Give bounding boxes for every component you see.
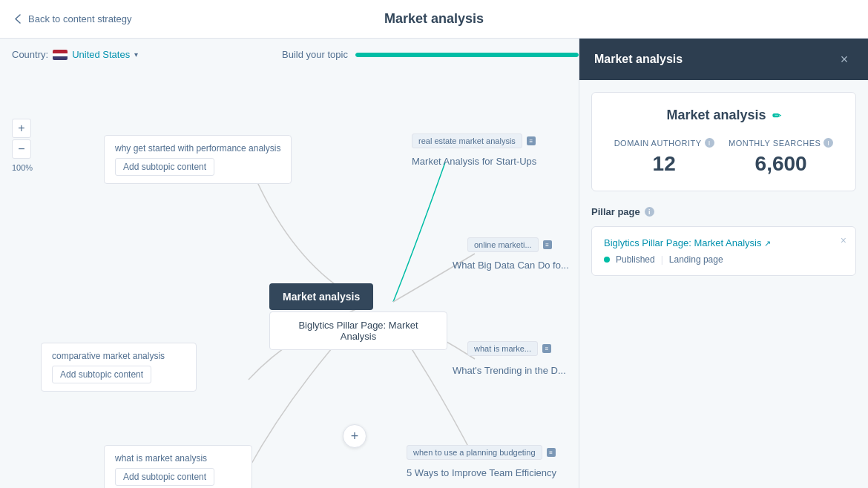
stats-card: Market analysis ✏ DOMAIN AUTHORITY i 12 … (591, 92, 856, 191)
right-content-3: What's Trending in the D... (453, 365, 566, 376)
subtopic-tag-5: what is market analysis (115, 453, 241, 464)
monthly-searches-stat: MONTHLY SEARCHES i 6,600 (729, 138, 833, 176)
panel-title: Market analysis (594, 53, 683, 66)
pillar-status: Published (616, 254, 655, 265)
right-node-1: real estate market analysis ≡ (412, 133, 536, 148)
zoom-controls: + − 100% (12, 119, 33, 172)
chevron-down-icon[interactable]: ▾ (134, 50, 138, 59)
right-panel: Market analysis × Market analysis ✏ DOMA… (579, 39, 868, 488)
right-tag-1: real estate market analysis (412, 133, 522, 148)
chevron-left-icon (12, 13, 24, 25)
build-topic-bar: Build your topic (282, 49, 579, 60)
meta-divider: | (661, 254, 663, 265)
right-icon-1: ≡ (527, 136, 536, 145)
country-name[interactable]: United States (72, 49, 130, 60)
progress-fill (355, 53, 579, 57)
domain-authority-info-icon[interactable]: i (705, 138, 714, 148)
center-node[interactable]: Market analysis (269, 283, 373, 310)
pillar-section-title: Pillar page i (591, 206, 856, 217)
zoom-level: 100% (12, 163, 33, 172)
pillar-section-info-icon[interactable]: i (645, 207, 654, 217)
right-icon-3: ≡ (542, 344, 551, 353)
right-icon-4: ≡ (547, 448, 556, 457)
pillar-card: Biglytics Pillar Page: Market Analysis ↗… (591, 226, 856, 276)
subtopic-card-3: comparative market analysis Add subtopic… (41, 343, 197, 392)
main-container: Build your topic Country: United States … (0, 39, 868, 488)
zoom-out-button[interactable]: − (12, 139, 31, 159)
pillar-link[interactable]: Biglytics Pillar Page: Market Analysis ↗ (604, 237, 844, 248)
right-tag-3: what is marke... (467, 341, 538, 356)
subtopic-card-1: why get started with performance analysi… (104, 135, 292, 184)
right-content-4: 5 Ways to Improve Team Efficiency (407, 467, 556, 478)
monthly-searches-info-icon[interactable]: i (823, 138, 833, 148)
progress-bar (355, 53, 579, 57)
status-dot (604, 257, 610, 263)
right-icon-2: ≡ (543, 240, 552, 249)
back-link-label: Back to content strategy (28, 13, 131, 24)
pillar-page-type: Landing page (669, 254, 723, 265)
panel-close-button[interactable]: × (835, 50, 853, 68)
add-subtopic-button-1[interactable]: Add subtopic content (115, 158, 214, 176)
main-header: Back to content strategy Market analysis (0, 0, 868, 39)
build-topic-label: Build your topic (282, 49, 348, 60)
right-content-2: What Big Data Can Do fo... (453, 260, 569, 271)
monthly-searches-label: MONTHLY SEARCHES i (729, 138, 833, 148)
add-subtopic-button-3[interactable]: Add subtopic content (52, 366, 151, 383)
center-sub-node[interactable]: Biglytics Pillar Page: Market Analysis (269, 311, 447, 350)
stats-row: DOMAIN AUTHORITY i 12 MONTHLY SEARCHES i… (607, 138, 841, 176)
right-tag-4: when to use a planning budgeting (407, 445, 542, 460)
us-flag-icon (53, 50, 68, 60)
page-title: Market analysis (384, 11, 484, 27)
right-node-4: when to use a planning budgeting ≡ (407, 445, 556, 460)
panel-header: Market analysis × (579, 39, 868, 80)
domain-authority-stat: DOMAIN AUTHORITY i 12 (614, 138, 714, 176)
subtopic-tag-1: why get started with performance analysi… (115, 143, 280, 154)
right-node-2: online marketi... ≡ (467, 237, 552, 252)
right-node-3: what is marke... ≡ (467, 341, 551, 356)
canvas-area: Build your topic Country: United States … (0, 39, 579, 488)
country-label: Country: (12, 49, 48, 60)
zoom-in-button[interactable]: + (12, 119, 31, 138)
pillar-card-close-button[interactable]: × (841, 234, 846, 246)
domain-authority-label: DOMAIN AUTHORITY i (614, 138, 714, 148)
country-bar: Country: United States ▾ (12, 49, 138, 60)
right-tag-2: online marketi... (467, 237, 539, 252)
panel-body: Market analysis ✏ DOMAIN AUTHORITY i 12 … (579, 80, 868, 488)
back-link[interactable]: Back to content strategy (12, 13, 131, 25)
stats-card-title: Market analysis ✏ (607, 108, 841, 123)
right-content-1: Market Analysis for Start-Ups (412, 156, 536, 167)
pillar-meta: Published | Landing page (604, 254, 844, 265)
add-subtopic-button-5[interactable]: Add subtopic content (115, 468, 214, 486)
subtopic-tag-3: comparative market analysis (52, 351, 185, 361)
domain-authority-value: 12 (614, 152, 714, 176)
add-node-button[interactable]: + (343, 424, 366, 448)
external-link-icon: ↗ (764, 239, 773, 248)
subtopic-card-5: what is market analysis Add subtopic con… (104, 445, 252, 488)
monthly-searches-value: 6,600 (729, 152, 833, 176)
edit-icon[interactable]: ✏ (772, 110, 781, 122)
